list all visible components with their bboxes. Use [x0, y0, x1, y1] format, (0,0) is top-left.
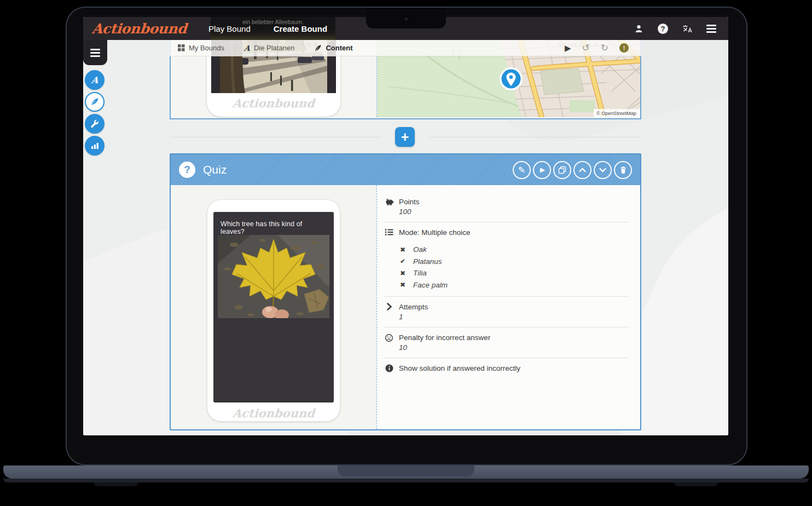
menu-icon: [90, 49, 100, 57]
answer-options: ✖ Oak ✔ Platanus ✖ Tilia: [400, 244, 629, 291]
points-label: Points: [399, 197, 420, 206]
wrench-icon: [90, 119, 99, 128]
breadcrumb-my-bounds[interactable]: My Bounds: [178, 44, 224, 52]
sidebar: A: [83, 40, 107, 156]
actionbound-wordmark: Actionbound: [207, 406, 340, 420]
edit-button[interactable]: ✎: [513, 161, 531, 179]
laptop-frame: Actionbound: [66, 7, 747, 465]
trash-icon: [619, 166, 627, 174]
answer-option: ✖ Tilia: [400, 267, 629, 279]
quiz-card-actions: ✎ ▶: [513, 161, 632, 179]
divider: [384, 358, 629, 358]
feather-icon: [90, 97, 99, 106]
quiz-element-card: ? Quiz ✎ ▶: [170, 153, 641, 430]
grid-icon: [178, 44, 185, 51]
sidebar-menu-button[interactable]: [83, 40, 107, 65]
points-field: Points 100: [399, 197, 420, 216]
divider: [384, 222, 629, 222]
breadcrumb-separator: [302, 43, 306, 53]
quiz-card-header: ? Quiz ✎ ▶: [171, 154, 640, 185]
test-play-button[interactable]: ▶: [565, 44, 571, 52]
help-icon[interactable]: ?: [658, 24, 668, 34]
answer-option: ✖ Face palm: [400, 279, 629, 291]
wrong-mark-icon: ✖: [400, 281, 407, 289]
actionbound-logo[interactable]: Actionbound: [91, 21, 187, 37]
answer-option-label: Tilia: [413, 269, 427, 277]
divider: [384, 296, 629, 297]
leaf-photo: [218, 235, 329, 318]
laptop-base-notch: [338, 465, 474, 476]
breadcrumb: My Bounds A Die Platanen Con: [170, 40, 641, 56]
answer-option-label: Oak: [413, 245, 427, 254]
piggy-bank-icon: [384, 197, 394, 216]
wrong-mark-icon: ✖: [400, 246, 407, 254]
chevron-right-icon: [384, 302, 394, 321]
bound-toolbar: ▶ ↺ ↻ !: [565, 43, 629, 53]
sidebar-item-content[interactable]: [85, 92, 105, 112]
navbar-actions: ?: [633, 23, 716, 34]
divider-line: [170, 137, 382, 137]
move-down-button[interactable]: [594, 161, 612, 179]
translate-icon[interactable]: [682, 23, 693, 34]
question-mark-icon: ?: [179, 162, 195, 178]
menu-icon[interactable]: [706, 25, 716, 33]
quiz-preview-pane: Which tree has this kind of leaves?: [171, 185, 376, 429]
delete-button[interactable]: [614, 161, 632, 179]
actionbound-wordmark: Actionbound: [206, 96, 341, 110]
quiz-card-title: Quiz: [203, 163, 227, 176]
sidebar-item-bound-home[interactable]: A: [85, 70, 105, 90]
info-icon: [384, 364, 394, 374]
penalty-row: Penalty for incorrect answer 10: [384, 333, 629, 352]
list-icon: [384, 228, 394, 238]
chevron-down-icon: [599, 168, 606, 173]
quiz-settings-pane: Points 100: [376, 185, 640, 429]
preview-button[interactable]: ▶: [533, 161, 551, 179]
points-row: Points 100: [384, 197, 629, 216]
penalty-field: Penalty for incorrect answer 10: [399, 333, 490, 352]
warning-icon[interactable]: !: [619, 43, 629, 53]
undo-button[interactable]: ↺: [582, 43, 590, 53]
sidebar-item-settings[interactable]: [85, 114, 105, 134]
solution-row: Show solution if answered incorrectly: [384, 364, 629, 374]
nav-create-bound[interactable]: Create Bound: [274, 24, 327, 33]
bar-chart-icon: [91, 142, 99, 150]
breadcrumb-bound[interactable]: A Die Platanen: [244, 44, 294, 53]
actionbound-a-icon: A: [91, 75, 98, 85]
actionbound-a-icon: A: [243, 44, 251, 53]
answer-option: ✔ Platanus: [400, 256, 629, 268]
answer-option-label: Face palm: [413, 281, 448, 289]
move-up-button[interactable]: [573, 161, 591, 179]
frown-face-icon: [384, 333, 394, 352]
browser-viewport: Actionbound: [83, 17, 728, 435]
mode-row: Mode: Multiple choice: [384, 228, 629, 238]
wrong-mark-icon: ✖: [400, 269, 407, 277]
points-value: 100: [399, 207, 420, 216]
nav-play-bound[interactable]: Play Bound: [208, 24, 251, 33]
phone-preview: Which tree has this kind of leaves?: [207, 199, 340, 422]
sidebar-item-statistics[interactable]: [85, 136, 105, 156]
laptop-base-shadow: [3, 479, 809, 482]
divider: [384, 327, 629, 327]
camera-dot: [405, 18, 408, 20]
map-attribution: © OpenStreetMap: [596, 111, 636, 116]
map-pin-icon: [500, 67, 523, 90]
pencil-icon: ✎: [518, 165, 525, 175]
attempts-label: Attempts: [399, 302, 428, 312]
answer-option: ✖ Oak: [400, 244, 629, 256]
feather-icon: [314, 44, 322, 52]
duplicate-button[interactable]: [553, 161, 571, 179]
breadcrumb-content[interactable]: Content: [314, 44, 352, 52]
laptop-foot: [674, 482, 718, 486]
add-element-button[interactable]: +: [395, 127, 415, 147]
solution-label: Show solution if answered incorrectly: [399, 364, 520, 374]
chevron-up-icon: [579, 168, 586, 173]
divider-line: [430, 137, 641, 137]
play-icon: ▶: [540, 166, 545, 174]
quiz-question-text: Which tree has this kind of leaves?: [213, 212, 334, 235]
copy-icon: [558, 166, 566, 174]
redo-button[interactable]: ↻: [601, 43, 608, 53]
user-icon[interactable]: [633, 23, 644, 34]
penalty-label: Penalty for incorrect answer: [399, 333, 490, 342]
laptop-mockup: Actionbound: [0, 0, 812, 506]
camera-notch: [366, 8, 446, 28]
